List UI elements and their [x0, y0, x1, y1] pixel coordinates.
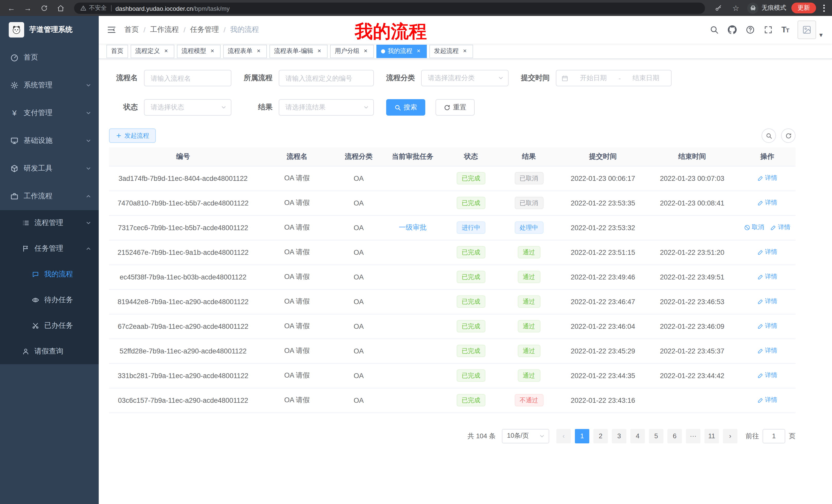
- security-warning[interactable]: 不安全: [80, 4, 107, 12]
- goto-page-input[interactable]: [762, 429, 785, 443]
- page-button-11[interactable]: 11: [704, 429, 719, 443]
- browser-menu-icon[interactable]: [821, 4, 827, 11]
- bookmark-star-icon[interactable]: ☆: [730, 2, 742, 14]
- browser-home-icon[interactable]: [54, 2, 67, 14]
- plus-icon: [116, 133, 122, 139]
- close-icon[interactable]: ×: [162, 48, 170, 55]
- password-key-icon[interactable]: [712, 2, 725, 14]
- tab-my-process[interactable]: 我的流程 ×: [376, 45, 427, 58]
- close-icon[interactable]: ×: [362, 48, 369, 55]
- sidebar-item-system[interactable]: 系统管理: [0, 72, 99, 99]
- close-icon[interactable]: ×: [255, 48, 262, 55]
- breadcrumb-workflow[interactable]: 工作流程: [150, 25, 179, 34]
- prev-page-button[interactable]: ‹: [556, 429, 571, 443]
- detail-link[interactable]: 详情: [757, 396, 777, 404]
- page-size-select[interactable]: 10条/页: [502, 429, 549, 443]
- category-select[interactable]: 请选择流程分类: [421, 70, 509, 86]
- close-icon[interactable]: ×: [316, 48, 323, 55]
- update-button[interactable]: 更新: [791, 3, 816, 13]
- next-page-button[interactable]: ›: [723, 429, 737, 443]
- tab-process-definition[interactable]: 流程定义 ×: [131, 45, 174, 58]
- detail-link[interactable]: 详情: [757, 273, 777, 281]
- sidebar-item-leave-query[interactable]: 请假查询: [0, 339, 99, 364]
- cancel-icon: [744, 225, 750, 231]
- toggle-search-button[interactable]: [761, 129, 776, 143]
- sidebar-item-todo-tasks[interactable]: 待办任务: [0, 287, 99, 313]
- status-badge: 进行中: [457, 221, 486, 234]
- caret-down-icon: ▼: [818, 32, 824, 39]
- result-badge: 处理中: [515, 221, 543, 234]
- close-icon[interactable]: ×: [461, 48, 468, 55]
- current-task-link[interactable]: 一级审批: [399, 223, 426, 231]
- page-button-2[interactable]: 2: [593, 429, 608, 443]
- page-button-3[interactable]: 3: [612, 429, 626, 443]
- col-current-task: 当前审批任务: [381, 147, 445, 166]
- refresh-table-button[interactable]: [781, 129, 796, 143]
- submit-time-range-picker[interactable]: 开始日期 - 结束日期: [556, 70, 672, 86]
- app-logo[interactable]: 芋道管理系统: [0, 16, 99, 44]
- process-name-input[interactable]: [144, 70, 231, 86]
- sidebar-toggle-icon[interactable]: [107, 25, 116, 34]
- breadcrumb-home[interactable]: 首页: [125, 25, 139, 34]
- detail-link[interactable]: 详情: [770, 223, 790, 232]
- help-icon[interactable]: [745, 25, 755, 34]
- user-avatar[interactable]: ▼: [798, 21, 824, 39]
- parent-process-input[interactable]: [279, 70, 374, 86]
- tab-user-group[interactable]: 用户分组 ×: [330, 45, 374, 58]
- status-badge: 已完成: [457, 246, 486, 258]
- navbar-actions: TT ▼: [709, 21, 824, 39]
- detail-link[interactable]: 详情: [757, 174, 777, 183]
- page-button-5[interactable]: 5: [649, 429, 663, 443]
- fullscreen-icon[interactable]: [763, 25, 773, 34]
- chevron-down-icon: [363, 104, 369, 110]
- status-select[interactable]: 请选择状态: [144, 99, 231, 116]
- close-icon[interactable]: ×: [415, 48, 422, 55]
- search-button[interactable]: 搜索: [386, 99, 425, 116]
- page-button-1[interactable]: 1: [575, 429, 589, 443]
- tab-process-form-edit[interactable]: 流程表单-编辑 ×: [269, 45, 328, 58]
- sidebar-item-infrastructure[interactable]: 基础设施: [0, 127, 99, 155]
- font-size-icon[interactable]: TT: [781, 25, 789, 34]
- chevron-down-icon: [85, 220, 92, 226]
- status-badge: 已完成: [457, 345, 486, 357]
- list-icon: [22, 219, 29, 227]
- start-process-button[interactable]: 发起流程: [109, 129, 156, 143]
- sidebar-item-task-management[interactable]: 任务管理: [0, 236, 99, 261]
- tab-process-model[interactable]: 流程模型 ×: [177, 45, 220, 58]
- refresh-icon: [444, 104, 450, 111]
- breadcrumb-task-management[interactable]: 任务管理: [190, 25, 219, 34]
- sidebar-item-payment[interactable]: ¥ 支付管理: [0, 99, 99, 127]
- annotation-title: 我的流程: [355, 20, 427, 44]
- chevron-up-icon: [85, 246, 92, 252]
- detail-link[interactable]: 详情: [757, 297, 777, 306]
- browser-refresh-icon[interactable]: [38, 2, 50, 14]
- sidebar: 芋道管理系统 首页 系统管理 ¥ 支付管理 基础设施: [0, 16, 99, 504]
- more-pages-button[interactable]: ···: [686, 429, 700, 443]
- detail-link[interactable]: 详情: [757, 199, 777, 207]
- reset-button[interactable]: 重置: [436, 99, 475, 116]
- page-button-6[interactable]: 6: [668, 429, 682, 443]
- tab-home[interactable]: 首页: [106, 45, 128, 58]
- detail-link[interactable]: 详情: [757, 371, 777, 380]
- sidebar-item-done-tasks[interactable]: 已办任务: [0, 313, 99, 339]
- tab-process-form[interactable]: 流程表单 ×: [223, 45, 267, 58]
- detail-link[interactable]: 详情: [757, 322, 777, 331]
- sidebar-item-workflow[interactable]: 工作流程: [0, 183, 99, 210]
- close-icon[interactable]: ×: [209, 48, 216, 55]
- tab-start-process[interactable]: 发起流程 ×: [430, 45, 473, 58]
- sidebar-item-process-management[interactable]: 流程管理: [0, 210, 99, 236]
- sidebar-item-devtools[interactable]: 研发工具: [0, 155, 99, 183]
- cancel-link[interactable]: 取消: [744, 223, 764, 232]
- address-bar[interactable]: 不安全 dashboard.yudao.iocoder.cn/bpm/task/…: [74, 2, 705, 13]
- sidebar-item-my-process[interactable]: 我的流程: [0, 261, 99, 287]
- browser-forward-icon[interactable]: →: [22, 2, 34, 14]
- detail-link[interactable]: 详情: [757, 346, 777, 355]
- page-button-4[interactable]: 4: [630, 429, 645, 443]
- search-icon[interactable]: [709, 25, 719, 34]
- detail-link[interactable]: 详情: [757, 248, 777, 257]
- security-label: 不安全: [89, 4, 107, 12]
- sidebar-item-home[interactable]: 首页: [0, 44, 99, 72]
- result-select[interactable]: 请选择流结果: [279, 99, 374, 116]
- browser-back-icon[interactable]: ←: [5, 2, 18, 14]
- github-icon[interactable]: [727, 25, 737, 34]
